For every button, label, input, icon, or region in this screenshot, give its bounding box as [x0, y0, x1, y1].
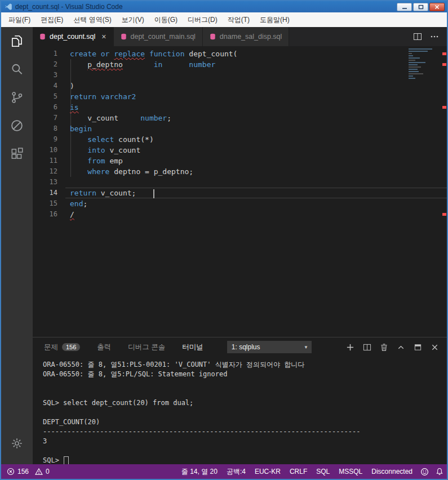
bottom-panel: 문제156출력디버그 콘솔터미널 1: sqlplus ▼ ORA-06550:…: [33, 337, 447, 464]
sql-file-icon: [39, 33, 46, 40]
code-line-5: 5return varchar2: [33, 91, 447, 102]
code-text: return varchar2: [70, 91, 136, 102]
menu-item-7[interactable]: 도움말(H): [255, 12, 295, 27]
close-panel-icon[interactable]: [431, 343, 439, 352]
line-number: 4: [33, 81, 57, 91]
code-text: from emp: [70, 155, 123, 166]
close-button[interactable]: [429, 3, 445, 11]
line-number: 11: [33, 155, 57, 166]
panel-tab-터미널[interactable]: 터미널: [182, 343, 203, 352]
overview-ruler: [442, 46, 447, 337]
line-number: 12: [33, 166, 57, 177]
terminal-output[interactable]: ORA-06550: 줄 8, 열51:PLS-00201: 'V_COUNT'…: [33, 357, 447, 465]
kill-terminal-icon[interactable]: [380, 343, 388, 352]
code-line-1: 1create or replace function dept_count(: [33, 48, 447, 59]
code-text: is: [70, 102, 79, 113]
error-count: 156: [17, 468, 29, 475]
tab-dept_count_main.sql[interactable]: dept_count_main.sql: [114, 27, 203, 46]
status-item-1[interactable]: 공백:4: [222, 467, 250, 477]
feedback-smiley-icon[interactable]: [417, 468, 432, 476]
split-terminal-icon[interactable]: [363, 343, 371, 352]
explorer-icon[interactable]: [1, 27, 33, 55]
menu-item-3[interactable]: 보기(V): [117, 12, 149, 27]
problems-status[interactable]: 1560: [1, 468, 53, 475]
menu-item-6[interactable]: 작업(T): [223, 12, 255, 27]
terminal-line: SQL> select dept_count(20) from dual;: [43, 398, 447, 408]
terminal-line: [43, 389, 447, 398]
code-text: end;: [70, 198, 87, 209]
tab-label: dept_count_main.sql: [131, 33, 196, 41]
menu-item-1[interactable]: 편집(E): [36, 12, 68, 27]
tab-label: dept_count.sql: [50, 33, 95, 41]
menu-item-4[interactable]: 이동(G): [149, 12, 183, 27]
bell-icon[interactable]: [432, 468, 447, 475]
source-control-icon[interactable]: [1, 83, 33, 112]
menu-item-0[interactable]: 파일(F): [3, 12, 36, 27]
status-item-0[interactable]: 줄 14, 열 20: [177, 467, 222, 477]
terminal-line: ----------------------------------------…: [43, 427, 447, 437]
tab-dept_count.sql[interactable]: dept_count.sql×: [33, 27, 114, 46]
line-number: 8: [33, 123, 57, 134]
minimize-button[interactable]: [397, 3, 412, 11]
tab-close-icon[interactable]: ×: [101, 32, 106, 41]
more-actions-icon[interactable]: [430, 32, 439, 41]
extensions-icon[interactable]: [1, 140, 33, 168]
status-item-2[interactable]: EUC-KR: [250, 468, 285, 475]
panel-tab-출력[interactable]: 출력: [97, 343, 111, 352]
search-icon[interactable]: [1, 55, 33, 83]
menu-item-5[interactable]: 디버그(D): [183, 12, 223, 27]
line-number: 14: [33, 188, 57, 198]
code-line-14: 14return v_count;: [33, 188, 447, 198]
panel-tab-label: 출력: [97, 343, 111, 352]
panel-tab-문제[interactable]: 문제156: [44, 343, 80, 352]
code-line-15: 15end;: [33, 198, 447, 209]
code-text: v_count number;: [70, 113, 171, 123]
status-bar: 1560 줄 14, 열 20공백:4EUC-KRCRLFSQLMSSQLDis…: [1, 464, 447, 479]
code-line-4: 4): [33, 81, 447, 91]
status-item-6[interactable]: Disconnected: [367, 468, 417, 475]
error-mark: [442, 63, 446, 66]
code-editor[interactable]: 1create or replace function dept_count(2…: [33, 46, 447, 337]
error-mark: [442, 213, 446, 216]
maximize-panel-icon[interactable]: [414, 343, 422, 352]
line-number: 7: [33, 113, 57, 123]
panel-tab-디버그 콘솔[interactable]: 디버그 콘솔: [128, 343, 165, 352]
line-number: 10: [33, 145, 57, 155]
chevron-up-icon[interactable]: [397, 343, 405, 352]
maximize-button[interactable]: [413, 3, 428, 11]
tab-dname_sal_disp.sql[interactable]: dname_sal_disp.sql: [203, 27, 290, 46]
terminal-line: DEPT_COUNT(20): [43, 417, 447, 427]
code-line-8: 8begin: [33, 123, 447, 134]
code-line-7: 7 v_count number;: [33, 113, 447, 123]
status-item-5[interactable]: MSSQL: [334, 468, 367, 475]
panel-tab-label: 디버그 콘솔: [128, 343, 165, 352]
terminal-selector[interactable]: 1: sqlplus ▼: [227, 341, 312, 353]
line-number: 1: [33, 48, 57, 59]
code-line-12: 12 where deptno = p_deptno;: [33, 166, 447, 177]
window-controls: [397, 3, 445, 11]
activity-bar: [1, 27, 33, 464]
status-item-4[interactable]: SQL: [312, 468, 334, 475]
menu-item-2[interactable]: 선택 영역(S): [68, 12, 116, 27]
status-item-3[interactable]: CRLF: [285, 468, 312, 475]
sql-file-icon: [210, 33, 216, 40]
code-line-9: 9 select count(*): [33, 134, 447, 145]
code-line-11: 11 from emp: [33, 155, 447, 166]
gear-icon[interactable]: [1, 429, 33, 457]
line-number: 15: [33, 198, 57, 209]
terminal-line: [43, 408, 447, 417]
split-editor-icon[interactable]: [413, 32, 422, 41]
terminal-selector-value: 1: sqlplus: [232, 343, 260, 351]
tab-label: dname_sal_disp.sql: [220, 33, 282, 41]
title-bar: dept_count.sql - Visual Studio Code: [1, 1, 447, 12]
line-number: 13: [33, 177, 57, 188]
line-number: 16: [33, 209, 57, 220]
warning-icon: [35, 468, 43, 475]
debug-disabled-icon[interactable]: [1, 112, 33, 140]
window-title: dept_count.sql - Visual Studio Code: [15, 3, 123, 11]
new-terminal-icon[interactable]: [346, 343, 354, 352]
terminal-line: 3: [43, 437, 447, 446]
panel-tab-label: 터미널: [182, 343, 203, 352]
minimap[interactable]: [409, 48, 439, 75]
code-text: into v_count: [70, 145, 140, 155]
